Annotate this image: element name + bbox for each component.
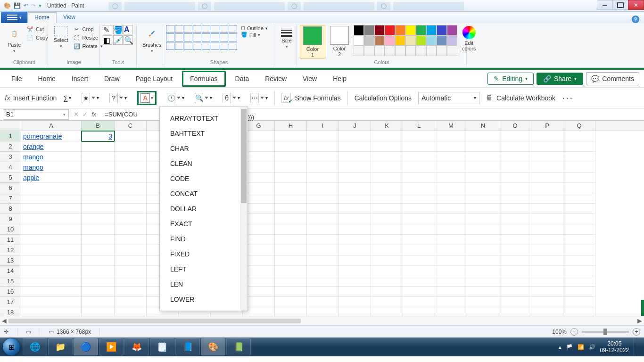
- select-all-corner[interactable]: [0, 121, 21, 131]
- color-swatch[interactable]: [416, 25, 426, 35]
- color-swatch[interactable]: [385, 35, 395, 46]
- cell-M16[interactable]: [435, 287, 467, 297]
- cell-N10[interactable]: [467, 224, 499, 235]
- row-header[interactable]: 2: [0, 141, 21, 152]
- cell-P1[interactable]: [531, 131, 563, 141]
- cell-B2[interactable]: [82, 141, 115, 152]
- cell-M14[interactable]: [435, 266, 467, 276]
- zoom-slider-knob[interactable]: [603, 329, 607, 335]
- shape-icon[interactable]: [166, 25, 174, 33]
- cell-L7[interactable]: [403, 193, 435, 204]
- cell-O16[interactable]: [499, 287, 531, 297]
- scroll-right-icon[interactable]: ►: [636, 317, 644, 325]
- cell-O14[interactable]: [499, 266, 531, 276]
- task-explorer[interactable]: 📁: [48, 338, 73, 355]
- cell-K4[interactable]: [371, 162, 403, 173]
- cell-K13[interactable]: [371, 255, 403, 266]
- cell-Q17[interactable]: [563, 297, 595, 307]
- paint-tab-view[interactable]: View: [57, 12, 82, 23]
- edit-colors-button[interactable]: Edit colors: [459, 25, 479, 52]
- cell-J2[interactable]: [339, 141, 371, 152]
- dropdown-item-dollar[interactable]: DOLLAR: [160, 201, 248, 216]
- dropdown-item-left[interactable]: LEFT: [160, 262, 248, 277]
- cell-I2[interactable]: [307, 141, 339, 152]
- cell-B13[interactable]: [82, 255, 115, 266]
- cell-O4[interactable]: [499, 162, 531, 173]
- cell-P8[interactable]: [531, 204, 563, 214]
- cell-L3[interactable]: [403, 152, 435, 162]
- column-header-Q[interactable]: Q: [563, 121, 595, 131]
- dropdown-item-arraytotext[interactable]: ARRAYTOTEXT: [160, 111, 248, 126]
- cell-Q3[interactable]: [563, 152, 595, 162]
- cell-C16[interactable]: [115, 287, 147, 297]
- date-fn-button[interactable]: 🕐▾: [167, 93, 184, 103]
- cell-L4[interactable]: [403, 162, 435, 173]
- column-header-I[interactable]: I: [307, 121, 339, 131]
- size-button[interactable]: Size ▾: [278, 25, 295, 50]
- cell-B10[interactable]: [82, 224, 115, 235]
- row-header[interactable]: 5: [0, 173, 21, 183]
- cell-A8[interactable]: [21, 204, 82, 214]
- cell-B14[interactable]: [82, 266, 115, 276]
- editing-mode-button[interactable]: ✎Editing▾: [487, 73, 534, 85]
- cell-C15[interactable]: [115, 276, 147, 287]
- cell-L11[interactable]: [403, 235, 435, 245]
- color-swatch[interactable]: [374, 35, 385, 46]
- magnifier-icon[interactable]: 🔍: [124, 35, 133, 45]
- cell-L8[interactable]: [403, 204, 435, 214]
- cell-Q4[interactable]: [563, 162, 595, 173]
- dropdown-item-lower[interactable]: LOWER: [160, 292, 248, 307]
- cell-Q16[interactable]: [563, 287, 595, 297]
- cell-K3[interactable]: [371, 152, 403, 162]
- cell-P9[interactable]: [531, 214, 563, 224]
- volume-icon[interactable]: 🔊: [589, 344, 595, 350]
- cell-M9[interactable]: [435, 214, 467, 224]
- cell-N11[interactable]: [467, 235, 499, 245]
- cell-B17[interactable]: [82, 297, 115, 307]
- cell-I18[interactable]: [307, 307, 339, 316]
- cell-I11[interactable]: [307, 235, 339, 245]
- cell-O15[interactable]: [499, 276, 531, 287]
- cell-P12[interactable]: [531, 245, 563, 255]
- cell-Q9[interactable]: [563, 214, 595, 224]
- start-button[interactable]: ⊞: [1, 338, 22, 356]
- cell-N17[interactable]: [467, 297, 499, 307]
- cell-J12[interactable]: [339, 245, 371, 255]
- ribbon-overflow-button[interactable]: ···: [562, 92, 573, 104]
- cell-L12[interactable]: [403, 245, 435, 255]
- cell-K6[interactable]: [371, 183, 403, 193]
- color1-button[interactable]: Color 1: [300, 25, 325, 59]
- color2-button[interactable]: Color 2: [327, 25, 352, 58]
- cell-M12[interactable]: [435, 245, 467, 255]
- cell-I17[interactable]: [307, 297, 339, 307]
- cell-L13[interactable]: [403, 255, 435, 266]
- column-header-M[interactable]: M: [435, 121, 467, 131]
- color-swatch[interactable]: [395, 25, 405, 35]
- cell-H8[interactable]: [275, 204, 307, 214]
- cell-O7[interactable]: [499, 193, 531, 204]
- color-swatch[interactable]: [364, 25, 374, 35]
- lookup-fn-button[interactable]: 🔍▾: [195, 93, 212, 103]
- cell-P14[interactable]: [531, 266, 563, 276]
- cell-P6[interactable]: [531, 183, 563, 193]
- tab-review[interactable]: Review: [258, 72, 293, 85]
- tab-help[interactable]: Help: [326, 72, 353, 85]
- shape-fill-button[interactable]: 🪣Fill▾: [241, 32, 268, 38]
- network-icon[interactable]: 📶: [578, 344, 584, 350]
- color-swatch[interactable]: [447, 25, 457, 35]
- cell-A9[interactable]: [21, 214, 82, 224]
- text-functions-button[interactable]: A▾: [137, 91, 157, 105]
- task-media[interactable]: ▶️: [99, 338, 124, 355]
- cell-M10[interactable]: [435, 224, 467, 235]
- dropdown-item-find[interactable]: FIND: [160, 231, 248, 247]
- cell-N9[interactable]: [467, 214, 499, 224]
- cell-O1[interactable]: [499, 131, 531, 141]
- insert-function-button[interactable]: fx Insert Function: [5, 94, 57, 102]
- cell-I4[interactable]: [307, 162, 339, 173]
- cell-J11[interactable]: [339, 235, 371, 245]
- cell-L10[interactable]: [403, 224, 435, 235]
- cell-P11[interactable]: [531, 235, 563, 245]
- row-header[interactable]: 14: [0, 266, 21, 276]
- color-swatch[interactable]: [354, 25, 364, 35]
- cell-I16[interactable]: [307, 287, 339, 297]
